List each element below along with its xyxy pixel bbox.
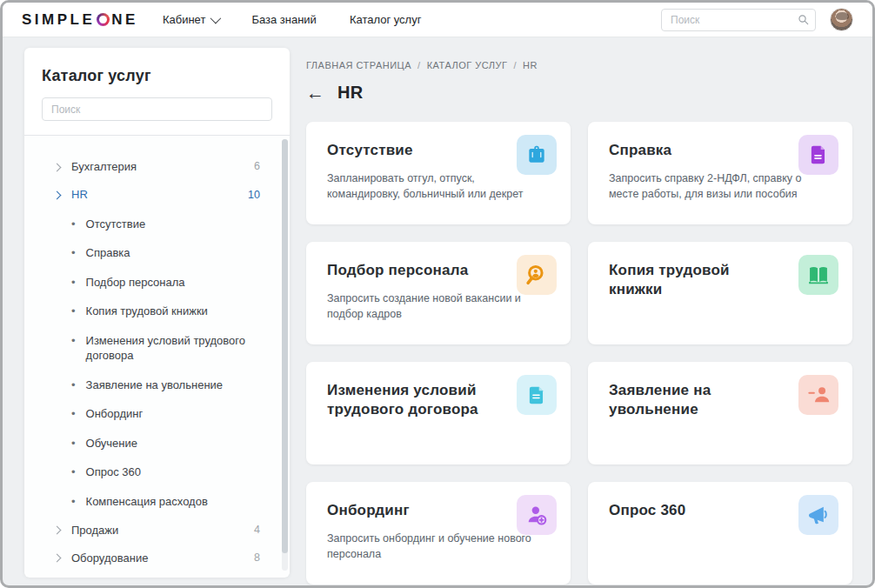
nav-item-knowledge-base[interactable]: База знаний — [251, 13, 317, 26]
breadcrumb-current: HR — [523, 60, 538, 70]
tree-item-label: Заявление на увольнение — [86, 378, 224, 393]
card-recruitment[interactable]: Подбор персонала Запросить создание ново… — [306, 242, 571, 344]
top-header: SIMPLE NE Кабинет База знаний Каталог ус… — [3, 3, 872, 37]
user-avatar[interactable] — [830, 8, 853, 31]
breadcrumb-separator: / — [513, 60, 517, 70]
app-window: SIMPLE NE Кабинет База знаний Каталог ус… — [0, 0, 875, 588]
sidebar-scrollbar[interactable] — [282, 139, 288, 571]
chevron-right-icon — [53, 554, 62, 563]
card-onboarding[interactable]: Онбординг Запросить онбординг и обучение… — [306, 482, 571, 585]
tree-group-label: HR — [71, 188, 88, 202]
card-description: Запросить онбординг и обучение нового пе… — [327, 531, 550, 562]
tree-item-training[interactable]: Обучение — [24, 429, 290, 458]
breadcrumb: ГЛАВНАЯ СТРАНИЦА / КАТАЛОГ УСЛУГ / HR — [306, 48, 856, 70]
briefcase-icon — [517, 135, 557, 175]
scrollbar-thumb[interactable] — [282, 139, 288, 553]
person-icon — [798, 375, 838, 415]
tree-item-contract-changes[interactable]: Изменения условий трудового договора — [24, 326, 290, 371]
main-content: ГЛАВНАЯ СТРАНИЦА / КАТАЛОГ УСЛУГ / HR ← … — [306, 48, 856, 585]
tree-group-label: Бухгалтерия — [71, 160, 137, 174]
tree-group-count: 8 — [254, 551, 260, 565]
sidebar-title: Каталог услуг — [42, 67, 272, 85]
card-title: Справка — [609, 141, 787, 160]
search-icon — [798, 14, 809, 25]
sidebar-header: Каталог услуг — [24, 48, 290, 135]
tree-group-label: Оборудование — [71, 551, 148, 565]
tree-item-expense-compensation[interactable]: Компенсация расходов — [24, 487, 290, 517]
breadcrumb-separator: / — [417, 60, 421, 70]
tree-group-equipment[interactable]: Оборудование 8 — [24, 545, 290, 572]
tree-group-sales[interactable]: Продажи 4 — [24, 517, 290, 545]
tree-item-label: Обучение — [86, 436, 137, 451]
card-description: Запланировать отгул, отпуск, командировк… — [327, 170, 550, 202]
back-arrow-icon[interactable]: ← — [306, 84, 324, 102]
card-title: Онбординг — [327, 501, 505, 520]
card-absence[interactable]: Отсутствие Запланировать отгул, отпуск, … — [306, 122, 571, 224]
catalog-tree: Бухгалтерия 6 HR 10 Отсутствие Справка П… — [24, 136, 290, 578]
tree-item-resignation[interactable]: Заявление на увольнение — [24, 371, 290, 400]
card-workbook-copy[interactable]: Копия трудовой книжки — [588, 242, 852, 344]
main-nav: Кабинет База знаний Каталог услуг — [163, 13, 422, 26]
tree-group-count: 6 — [254, 160, 260, 174]
breadcrumb-home[interactable]: ГЛАВНАЯ СТРАНИЦА — [306, 60, 411, 70]
service-cards-grid: Отсутствие Запланировать отгул, отпуск, … — [306, 122, 856, 585]
open-book-icon — [798, 255, 838, 295]
breadcrumb-catalog[interactable]: КАТАЛОГ УСЛУГ — [427, 60, 508, 70]
tree-group-count: 10 — [248, 189, 260, 203]
chevron-right-icon — [53, 526, 62, 535]
global-search — [661, 9, 816, 31]
tree-item-label: Справка — [86, 245, 130, 261]
card-certificate[interactable]: Справка Запросить справку 2-НДФЛ, справк… — [588, 122, 852, 224]
tree-group-accounting[interactable]: Бухгалтерия 6 — [24, 153, 290, 181]
tree-item-absence[interactable]: Отсутствие — [24, 210, 290, 239]
card-title: Отсутствие — [327, 141, 505, 160]
logo-o-icon — [97, 13, 110, 26]
tree-item-label: Отсутствие — [86, 217, 146, 232]
contract-icon — [517, 375, 557, 415]
nav-item-knowledge-base-label: База знаний — [251, 13, 317, 26]
chevron-right-icon — [53, 190, 62, 199]
tree-item-onboarding[interactable]: Онбординг — [24, 399, 290, 429]
card-title: Опрос 360 — [609, 501, 787, 520]
megaphone-icon — [798, 495, 838, 535]
tree-item-label: Копия трудовой книжки — [86, 304, 208, 319]
logo-text-simple: SIMPLE — [22, 11, 95, 29]
logo-text-ne: NE — [111, 11, 138, 29]
person-plus-icon — [517, 495, 557, 535]
nav-item-cabinet[interactable]: Кабинет — [163, 13, 218, 26]
tree-item-label: Онбординг — [86, 406, 144, 422]
tree-item-label: Опрос 360 — [86, 464, 141, 480]
sidebar-search-input[interactable] — [42, 97, 272, 121]
card-title: Изменения условий трудового договора — [327, 381, 505, 419]
tree-item-survey-360[interactable]: Опрос 360 — [24, 458, 290, 487]
tree-item-recruitment[interactable]: Подбор персонала — [24, 268, 290, 297]
simpleone-logo[interactable]: SIMPLE NE — [22, 11, 138, 29]
tree-item-label: Подбор персонала — [86, 275, 185, 291]
card-resignation[interactable]: Заявление на увольнение — [588, 362, 852, 464]
card-contract-changes[interactable]: Изменения условий трудового договора — [306, 362, 571, 464]
card-description: Запросить создание новой вакансии и подб… — [327, 291, 550, 322]
nav-item-service-catalog[interactable]: Каталог услуг — [350, 13, 422, 26]
document-icon — [798, 135, 838, 175]
page-title-row: ← HR — [306, 83, 856, 103]
tree-item-label: Изменения условий трудового договора — [86, 333, 260, 364]
card-title: Заявление на увольнение — [609, 381, 787, 419]
card-title: Копия трудовой книжки — [609, 261, 787, 299]
nav-item-service-catalog-label: Каталог услуг — [350, 13, 422, 26]
nav-item-cabinet-label: Кабинет — [163, 13, 205, 26]
card-description: Запросить справку 2-НДФЛ, справку о мест… — [609, 170, 832, 202]
tree-item-certificate[interactable]: Справка — [24, 238, 290, 268]
chevron-down-icon — [210, 13, 222, 24]
sidebar-search — [42, 97, 272, 121]
page-title: HR — [337, 83, 364, 103]
tree-group-label: Продажи — [71, 524, 118, 538]
search-person-icon — [517, 255, 557, 295]
tree-item-label: Компенсация расходов — [86, 494, 208, 510]
card-survey-360[interactable]: Опрос 360 — [588, 482, 852, 585]
topbar-right — [661, 8, 853, 31]
tree-item-workbook-copy[interactable]: Копия трудовой книжки — [24, 297, 290, 326]
global-search-input[interactable] — [661, 9, 816, 31]
card-title: Подбор персонала — [327, 261, 505, 280]
tree-group-hr[interactable]: HR 10 — [24, 181, 290, 209]
tree-group-count: 4 — [254, 524, 260, 538]
